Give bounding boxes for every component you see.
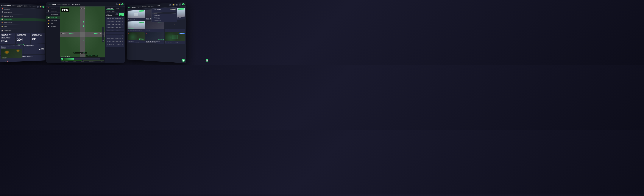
sidebar-item-traffic[interactable]: 📤 Traffic exports <box>0 21 46 25</box>
zoom-in-btn[interactable]: + <box>102 27 104 30</box>
user-icon[interactable]: U <box>42 6 44 8</box>
zoom-out-btn[interactable]: − <box>102 30 104 33</box>
new-movement-btn[interactable]: + NEW <box>119 13 124 16</box>
timeline-main[interactable] <box>64 58 100 60</box>
video-card-narvik2[interactable]: PROCESSED 0 hours 8 minutes Narvik_kommu… <box>128 21 145 32</box>
right-settings-icon[interactable]: ⚙ <box>176 4 178 6</box>
remove-f2[interactable]: ✕ <box>122 21 123 22</box>
video-thumb-ski: PROCESSED <box>128 10 145 18</box>
tab-events[interactable]: Events <box>115 7 120 10</box>
tab-metrics[interactable]: Metrics <box>112 11 116 12</box>
nav-traffic[interactable]: 📤 Traffic exports <box>46 19 60 22</box>
layer-btn[interactable]: ⊕ <box>102 33 104 36</box>
center-notif-icon[interactable]: 🔔 <box>118 3 120 6</box>
tab-scenarios[interactable]: Scenarios <box>106 11 111 12</box>
remove-f3[interactable]: ✕ <box>122 24 123 25</box>
upload-filename-2: TU2000013414 <box>154 17 160 18</box>
bar-group-7 <box>12 62 14 62</box>
movement-f5[interactable]: F5 SOUTH ENTRY → EAST EXIT ✕ <box>106 29 124 31</box>
remove-f5[interactable]: ✕ <box>122 29 123 31</box>
movement-f10[interactable]: F10 EAST ENTRY → SOUTH EXIT ✕ <box>106 43 124 46</box>
nav-label-locations: Locations <box>50 8 55 9</box>
heatmap-label: south entry <box>2 57 7 58</box>
center-help-icon[interactable]: ? <box>116 3 118 6</box>
remove-f6[interactable]: ✕ <box>122 32 123 34</box>
nav-datasources[interactable]: 🗄 Data Sources <box>46 10 60 13</box>
loc-icon: 📍 <box>48 7 50 9</box>
movement-f3[interactable]: F3 NORTH ENTRY → SOUTH EXIT ✕ <box>106 23 124 26</box>
movement-f7[interactable]: F7 WEST ENTRY → EAST EXIT ✕ <box>106 35 124 37</box>
right-user-icon[interactable]: U <box>182 3 184 6</box>
3d-btn[interactable]: 3D <box>102 39 104 42</box>
movement-f9[interactable]: F9 NORTH ENTRY → WEST EXIT ✕ <box>106 40 124 43</box>
center-user-icon[interactable]: U <box>121 3 124 6</box>
movement-f1[interactable]: F1 WEST ENTRY → SOUTH EXIT ✕ <box>106 17 124 20</box>
x-mark-colorado: ✕ <box>146 33 147 34</box>
empty-info: Add video <box>165 29 185 31</box>
process-btn-colorado[interactable]: ▶ PROCESS <box>158 39 164 40</box>
video-card-ski[interactable]: PROCESSED Ski slope survey Vault - 429.2… <box>128 10 145 21</box>
notif-icon[interactable]: 🔔 <box>40 6 42 8</box>
video-meta-junction: Vault - 128 GB | Fixed Camera <box>165 42 184 44</box>
menu-dots-2[interactable]: ⋮ <box>28 34 30 36</box>
nav-describe[interactable]: ✏️ Describe scene <box>46 13 60 16</box>
right-notif-icon[interactable]: 🔔 <box>172 4 175 6</box>
logo-right: goodvision <box>128 6 136 8</box>
nav-locations[interactable]: 📍 Locations <box>46 7 60 10</box>
remove-f9[interactable]: ✕ <box>122 41 123 42</box>
movement-f6[interactable]: F6 EAST ENTRY → WEST EXIT ✕ <box>106 32 124 34</box>
movement-f11[interactable]: F11 NORTH ENTRY → EAST EXIT ✕ <box>106 46 124 47</box>
movement-f4[interactable]: F4 SOUTH ENTRY → WEST EXIT ✕ <box>106 26 124 29</box>
sidebar-divider-3 <box>0 29 46 29</box>
nav-analyze[interactable]: 📊 Analyze data <box>46 16 60 19</box>
settings-btn[interactable]: ⚙ <box>116 13 118 15</box>
movements-toolbar: Traffic movements ⓘ ⚙ + NEW <box>105 13 125 17</box>
sidebar-label-describe: Describe scene <box>4 16 13 17</box>
x-mark-bulgaria: ✕ <box>128 33 129 34</box>
upload-title: VIDEO UPLOAD <box>152 9 161 11</box>
menu-dots-3[interactable]: ⋮ <box>42 34 44 36</box>
fullscreen-btn[interactable]: ⛶ <box>102 36 104 39</box>
timeline-fill <box>64 58 74 60</box>
sidebar-item-vault[interactable]: 🔒 Vault <box>0 25 46 28</box>
widget-far-west-2: FAR WEST ENTRY → 04/06/2020 23% <box>24 44 45 54</box>
timeline-tracks <box>61 60 104 61</box>
tl-label-5: 15:26:42 <box>102 61 104 62</box>
video-info-bulgaria: Bulgaria, Varna Vault - 429.00 MB | Fixe… <box>128 40 145 43</box>
menu-dots-1[interactable]: ⋮ <box>13 34 14 36</box>
arrow-left: ▶▶▶▶▶ <box>94 33 98 34</box>
remove-f4[interactable]: ✕ <box>122 27 123 28</box>
cancel-all-btn[interactable]: Cancel all <box>170 9 176 10</box>
metric-value-3: 235 <box>32 38 44 41</box>
movement-f2[interactable]: F2 SOUTH ENTRY → NORTH EXIT ✕ <box>106 20 124 23</box>
nav-dashboards[interactable]: 📋 Dashboards <box>46 25 60 28</box>
playback-controls: ▶ 15:26:42 <box>61 58 104 60</box>
right-chat-btn[interactable]: 💬 <box>182 59 185 62</box>
remove-f10[interactable]: ✕ <box>122 44 123 45</box>
help-icon[interactable]: ? <box>37 6 39 8</box>
topbar-icons: ? 🔔 U <box>37 6 44 8</box>
video-meta-highway: Vault - 429.48 MB | Fixed Camera <box>146 31 163 31</box>
sidebar-item-dashboards[interactable]: 📋 Dashboards <box>0 29 46 32</box>
remove-f7[interactable]: ✕ <box>122 35 123 37</box>
processed-badge-narvik2: PROCESSED <box>139 22 144 23</box>
tab-movements[interactable]: Movements <box>106 7 114 10</box>
video-card-junction[interactable]: ANALYSE Junction OD PROCESSED Vault - 12… <box>165 32 185 44</box>
process-time: 0 hours 8 minutes <box>128 28 134 29</box>
heatmap-row: SOUTH ENTRY, WEST ENTRY - HOLDUP HEATMAP… <box>0 44 45 55</box>
ds-icon: 🗄 <box>48 10 50 12</box>
nav-vault[interactable]: 🔒 Vault <box>46 22 60 25</box>
remove-f11[interactable]: ✕ <box>122 47 123 47</box>
movement-f8[interactable]: F8 EAST ENTRY → NORTH EXIT ✕ <box>106 37 124 40</box>
right-search-icon[interactable]: 🔍 <box>169 4 172 6</box>
right-upload-icon[interactable]: ⬆ <box>179 3 181 6</box>
play-btn[interactable]: ▶ <box>61 58 63 60</box>
pin-icon: 📍 <box>2 8 3 10</box>
video-card-bulgaria[interactable]: ✕ ▶ PROCESS Bulgaria, Varna Vault - 429.… <box>128 32 145 43</box>
remove-f1[interactable]: ✕ <box>122 18 123 19</box>
video-meta-narvik2: Vault - 429 MB | Fixed Camera <box>128 31 144 31</box>
remove-f8[interactable]: ✕ <box>122 38 123 39</box>
video-card-colorado[interactable]: ✕ ▶ PROCESS 1007-5-LIVE_colorado_bridge_… <box>145 32 164 44</box>
process-btn-bulgaria[interactable]: ▶ PROCESS <box>139 39 144 40</box>
video-info-highway: Highway Vault - 429.48 MB | Fixed Camera <box>145 29 164 32</box>
